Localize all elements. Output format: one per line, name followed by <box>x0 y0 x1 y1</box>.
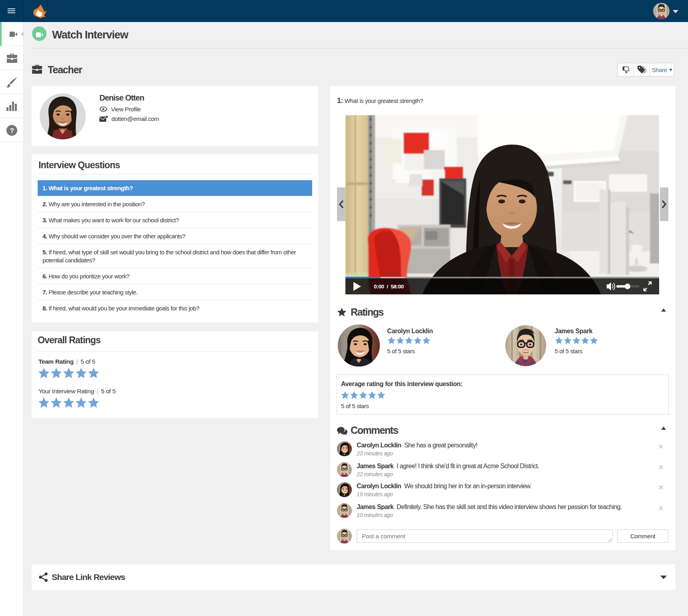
svg-text:?: ? <box>10 127 14 135</box>
svg-text:0:00 / 58:00: 0:00 / 58:00 <box>374 284 404 290</box>
